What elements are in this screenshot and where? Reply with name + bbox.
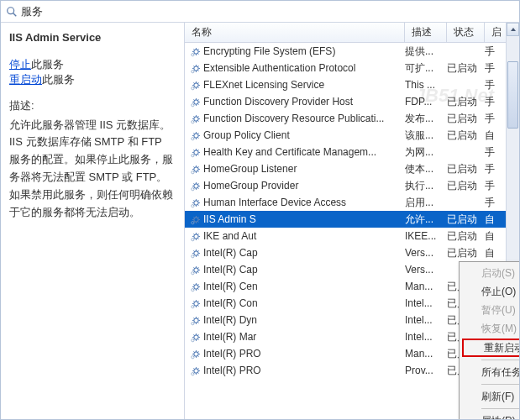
svg-point-39: [191, 355, 193, 358]
content-area: IIS Admin Service 停止此服务 重启动此服务 描述: 允许此服务…: [1, 23, 519, 419]
svg-point-6: [193, 82, 197, 87]
service-name: Human Interface Device Access: [203, 197, 405, 208]
svg-point-16: [193, 166, 197, 171]
ctx-resume: 恢复(M): [461, 319, 520, 338]
restart-link[interactable]: 重启动: [9, 73, 42, 86]
service-desc: 使本...: [405, 162, 447, 176]
service-desc: Man...: [405, 348, 447, 360]
service-desc: Prov...: [405, 365, 447, 376]
service-desc: FDP...: [405, 96, 447, 108]
service-status: 已启动: [447, 61, 485, 76]
scroll-thumb[interactable]: [507, 61, 518, 129]
svg-point-15: [191, 154, 193, 156]
ctx-refresh[interactable]: 刷新(F): [461, 387, 520, 406]
service-row[interactable]: Health Key and Certificate Managem...为网.…: [185, 144, 519, 160]
service-name: FLEXnet Licensing Service: [203, 79, 405, 91]
service-row[interactable]: FLEXnet Licensing ServiceThis ...手: [185, 76, 519, 93]
service-name: Function Discovery Resource Publicati...: [203, 113, 405, 124]
svg-point-30: [193, 284, 197, 288]
gear-icon: [188, 315, 203, 326]
svg-point-14: [193, 150, 197, 154]
col-name[interactable]: 名称: [185, 23, 405, 42]
service-name: Health Key and Certificate Managem...: [203, 146, 405, 158]
svg-point-4: [193, 66, 197, 70]
service-status: 已启动: [447, 129, 485, 143]
search-label: 服务: [21, 4, 43, 19]
service-desc: 允许...: [405, 213, 447, 227]
svg-point-12: [193, 133, 197, 137]
service-name: HomeGroup Provider: [203, 180, 405, 192]
gear-icon: [188, 147, 203, 158]
service-name: Extensible Authentication Protocol: [203, 62, 405, 74]
service-desc: 可扩...: [405, 61, 447, 76]
svg-point-32: [193, 301, 197, 305]
gear-icon: [188, 130, 203, 141]
svg-point-8: [193, 99, 197, 103]
service-row[interactable]: Extensible Authentication Protocol可扩...已…: [185, 60, 519, 76]
service-row[interactable]: Encrypting File System (EFS)提供...手: [185, 43, 519, 60]
ctx-start: 启动(S): [461, 264, 520, 282]
svg-point-34: [193, 318, 197, 322]
service-row[interactable]: HomeGroup Listener使本...已启动手: [185, 160, 519, 177]
ctx-sep-2: [481, 384, 520, 385]
svg-point-5: [191, 70, 193, 72]
scroll-up-button[interactable]: [507, 23, 519, 36]
ctx-stop[interactable]: 停止(O): [461, 282, 520, 301]
search-icon: [6, 6, 18, 18]
details-pane: IIS Admin Service 停止此服务 重启动此服务 描述: 允许此服务…: [1, 23, 184, 419]
service-desc: 为网...: [405, 145, 447, 160]
gear-icon: [188, 214, 203, 225]
gear-icon: [188, 265, 203, 276]
gear-icon: [188, 298, 203, 309]
service-row[interactable]: Human Interface Device Access启用...手: [185, 194, 519, 211]
svg-point-2: [193, 49, 197, 53]
gear-icon: [188, 197, 203, 208]
svg-point-33: [191, 305, 193, 307]
service-row[interactable]: Function Discovery Resource Publicati...…: [185, 110, 519, 127]
service-desc: IKEE...: [405, 230, 447, 242]
service-desc: Intel...: [405, 331, 447, 343]
restart-suffix: 此服务: [42, 73, 75, 86]
svg-point-0: [8, 7, 14, 13]
ctx-properties[interactable]: 属性(R): [461, 412, 520, 420]
service-desc: 执行...: [405, 179, 447, 193]
service-row[interactable]: HomeGroup Provider执行...已启动手: [185, 177, 519, 194]
svg-point-38: [193, 351, 197, 355]
service-row[interactable]: IIS Admin S允许...已启动自: [185, 211, 519, 228]
services-list-pane: 名称 描述 状态 启 JB51.Net Encrypting File Syst…: [184, 23, 519, 419]
service-row[interactable]: Function Discovery Provider HostFDP...已启…: [185, 93, 519, 110]
service-status: 已启动: [447, 213, 485, 227]
service-name: Function Discovery Provider Host: [203, 96, 405, 108]
ctx-sep-3: [481, 408, 520, 409]
gear-icon: [188, 97, 203, 108]
svg-point-7: [191, 87, 193, 89]
service-status: 已启动: [447, 112, 485, 126]
service-status: 已启动: [447, 179, 485, 193]
service-desc: 提供...: [405, 45, 447, 59]
svg-line-1: [13, 13, 17, 16]
svg-point-27: [191, 255, 193, 257]
stop-link[interactable]: 停止: [9, 58, 31, 71]
service-name: IIS Admin S: [203, 213, 405, 225]
svg-point-29: [191, 271, 193, 274]
service-description: 允许此服务器管理 IIS 元数据库。IIS 元数据库存储 SMTP 和 FTP …: [9, 117, 176, 222]
desc-label: 描述:: [9, 98, 176, 113]
gear-icon: [188, 113, 203, 124]
svg-point-37: [191, 339, 193, 341]
col-status[interactable]: 状态: [447, 23, 485, 42]
col-desc[interactable]: 描述: [405, 23, 447, 42]
service-row[interactable]: IKE and AutIKEE...已启动自: [185, 228, 519, 244]
service-name: HomeGroup Listener: [203, 163, 405, 175]
svg-point-31: [191, 288, 193, 291]
service-row[interactable]: Intel(R) CapVers...已启动自: [185, 244, 519, 261]
ctx-restart[interactable]: 重新启动(E): [462, 339, 520, 357]
service-name: Intel(R) PRO: [203, 365, 405, 376]
svg-point-40: [193, 368, 197, 372]
gear-icon: [188, 231, 203, 242]
svg-point-21: [191, 204, 193, 207]
svg-point-24: [193, 234, 197, 238]
service-row[interactable]: Group Policy Client该服...已启动自: [185, 127, 519, 144]
svg-point-25: [191, 238, 193, 240]
ctx-alltasks[interactable]: 所有任务(K)▶: [461, 363, 520, 381]
svg-point-26: [193, 250, 197, 255]
